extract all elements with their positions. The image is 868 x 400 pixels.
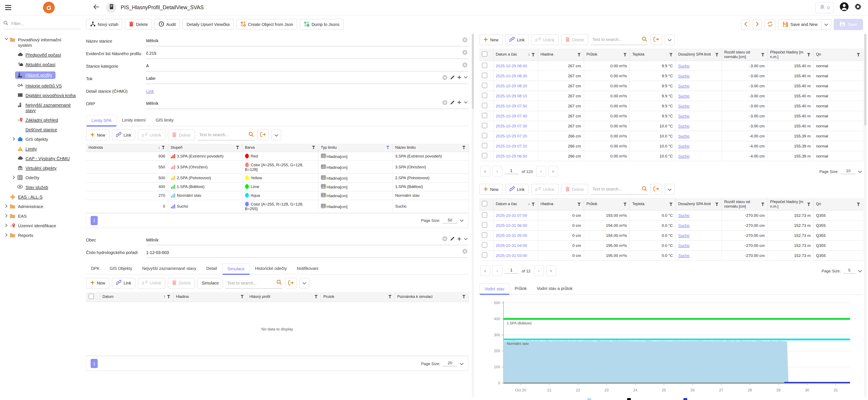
spa-limit-link[interactable]: Sucho	[678, 63, 689, 68]
tab-gis-objekty[interactable]: GIS Objekty	[104, 263, 137, 274]
sidebar-item-digit-ln-povod-ov-kniha[interactable]: Digitální povodňová kniha	[0, 91, 84, 100]
chevron-down-icon[interactable]	[858, 169, 862, 174]
column-header-pr-tok[interactable]: Průtok	[584, 198, 629, 210]
datetime-link[interactable]: 2025-10-29 07:30	[496, 124, 527, 128]
delete-row-button[interactable]: Delete	[561, 34, 588, 45]
column-header-teplota[interactable]: Teplota	[629, 49, 676, 61]
filter-icon[interactable]	[761, 52, 765, 57]
datetime-link[interactable]: 2025-10-31 05:00	[496, 233, 527, 238]
table-row[interactable]: 2025-10-29 07:40267 cm0.00 m³/s9.9 °CSuc…	[479, 111, 863, 121]
row-checkbox[interactable]	[482, 73, 487, 78]
spa-limit-link[interactable]: Sucho	[678, 74, 689, 78]
add-icon[interactable]	[457, 237, 461, 241]
field-value[interactable]: 1-12-03-003	[146, 247, 468, 258]
delete-button[interactable]: Delete	[125, 19, 152, 30]
toolbar-more-button[interactable]	[665, 184, 675, 195]
column-header-typ-limitu[interactable]: Typ limitu	[318, 144, 393, 152]
row-checkbox[interactable]	[482, 222, 487, 228]
column-header-qn[interactable]: Qn	[813, 198, 863, 210]
save-options-button[interactable]	[822, 19, 831, 30]
app-logo[interactable]: G	[43, 2, 55, 13]
column-header-hladina[interactable]: Hladina	[538, 198, 584, 210]
row-checkbox[interactable]	[89, 293, 94, 299]
column-header-prutok[interactable]: Prutok	[321, 292, 395, 302]
table-row[interactable]: 5002.SPA (Pohotovost)Yellow Hladina[cm]2…	[86, 173, 468, 182]
chart-tab-vodn-stav-a-pr-tok[interactable]: Vodní stav a průtok	[532, 283, 578, 294]
search-input[interactable]	[592, 186, 640, 192]
search-icon[interactable]	[248, 131, 254, 139]
table-row[interactable]: 2025-10-29 08:20267 cm0.00 m³/s9.9 °CSuc…	[479, 81, 863, 91]
table-row[interactable]: 270Normální stavAqua Hladina[cm]Normální…	[86, 191, 468, 200]
column-header-p-epo-et-hladiny-m-n-m[interactable]: Přepočet hladiny [m n.m.]	[767, 49, 813, 61]
edit-pencil-icon[interactable]	[450, 236, 455, 241]
field-value[interactable]: Labe	[146, 73, 468, 84]
chevron-down-icon[interactable]	[858, 268, 862, 273]
chevron-down-icon[interactable]	[464, 76, 468, 79]
filter-icon[interactable]	[623, 52, 627, 57]
page-size-value[interactable]: 50	[443, 218, 457, 223]
filter-icon[interactable]	[462, 295, 466, 299]
edit-pencil-icon[interactable]	[450, 100, 455, 105]
table-row[interactable]: 2025-10-31 06:000 cm194.00 m³/s0.0 °CSuc…	[479, 220, 863, 230]
current-page[interactable]: 1	[504, 268, 518, 274]
user-avatar[interactable]	[840, 2, 849, 13]
left-panel-scrollbar[interactable]	[472, 34, 474, 397]
row-checkbox[interactable]	[482, 143, 487, 148]
filter-icon[interactable]	[314, 295, 318, 299]
tab-detail[interactable]: Detail	[201, 263, 222, 274]
create-object-from-json-button[interactable]: Create Object from Json	[236, 19, 298, 30]
save-and-new-button[interactable]: Save and New	[778, 19, 822, 30]
filter-icon[interactable]	[531, 52, 535, 57]
next-page-button[interactable]: ›	[534, 265, 544, 276]
tree-expander-icon[interactable]	[11, 137, 17, 141]
datetime-link[interactable]: 2025-10-29 08:30	[496, 74, 527, 78]
field-value[interactable]: Mělník	[146, 36, 468, 46]
new-button[interactable]: New	[479, 184, 503, 195]
sidebar-item-gis-objekty[interactable]: GIS objekty	[0, 135, 84, 144]
toolbar-more-button[interactable]	[299, 278, 309, 288]
table-row[interactable]: 2025-10-31 07:000 cm193.00 m³/s0.0 °CSuc…	[479, 210, 863, 220]
sort-ascending-icon[interactable]: ↑	[164, 294, 166, 299]
link-button[interactable]: Link	[112, 130, 135, 140]
sidebar-item-historie-ode-t-vs[interactable]: Historie odečtů VS	[0, 81, 84, 91]
tab-historick-ode-ty[interactable]: Historické odečty	[250, 263, 291, 274]
sidebar-item-stav-slu-eb[interactable]: Stav služeb	[0, 182, 84, 192]
tree-expander-icon[interactable]	[3, 214, 9, 218]
datetime-link[interactable]: 2025-10-29 07:10	[496, 144, 527, 148]
filter-icon[interactable]	[388, 295, 392, 299]
datetime-link[interactable]: 2025-10-29 06:50	[496, 154, 527, 158]
table-row[interactable]: 2025-10-29 07:10266 cm0.00 m³/s10.0 °CSu…	[479, 141, 863, 151]
prev-page-button[interactable]: ‹	[492, 166, 502, 177]
datetime-link[interactable]: 2025-10-31 04:00	[496, 243, 527, 248]
table-row[interactable]: 2025-10-31 04:000 cm195.00 m³/s0.0 °CSuc…	[479, 240, 863, 251]
clear-icon[interactable]	[462, 37, 468, 42]
link-button[interactable]: Link	[505, 34, 529, 45]
spa-limit-link[interactable]: Sucho	[678, 93, 689, 98]
search-icon[interactable]	[642, 36, 647, 43]
toolbar-more-button[interactable]	[665, 34, 675, 45]
unlink-button[interactable]: Unlink	[531, 34, 559, 45]
field-value[interactable]: Mělník	[146, 98, 468, 109]
table-row[interactable]: 2025-10-29 07:30267 cm0.00 m³/s10.0 °CSu…	[479, 121, 863, 131]
row-checkbox[interactable]	[482, 133, 487, 138]
table-row[interactable]: 2025-10-31 05:000 cm194.00 m³/s0.0 °CSuc…	[479, 230, 863, 240]
sort-descending-icon[interactable]: ↓	[528, 202, 530, 206]
row-checkbox[interactable]	[482, 103, 487, 108]
search-icon[interactable]	[642, 185, 647, 193]
clear-icon[interactable]	[442, 236, 447, 241]
column-header-rozd-l-stavu-od-norm-lu-cm[interactable]: Rozdíl stavu od normálu [cm]	[721, 198, 767, 210]
filter-icon[interactable]	[577, 202, 581, 206]
column-header-hladina[interactable]: Hladina	[538, 49, 584, 61]
select-all-header[interactable]	[479, 198, 493, 210]
dump-to-jsons-button[interactable]: Dump to Jsons	[300, 19, 343, 30]
clear-icon[interactable]	[442, 99, 447, 105]
spa-limit-link[interactable]: Sucho	[678, 233, 689, 238]
notifications-button[interactable]: 0	[815, 2, 834, 13]
sort-descending-icon[interactable]: ↓	[158, 145, 160, 150]
export-button[interactable]	[257, 130, 269, 140]
upsert-view-button[interactable]: Detaily Upsert Viewčka	[182, 19, 234, 30]
column-header-pozn-mka-k-simulaci[interactable]: Poznámka k simulaci	[395, 292, 468, 302]
datetime-link[interactable]: 2025-10-31 07:00	[496, 213, 527, 218]
hamburger-menu-icon[interactable]	[5, 5, 11, 10]
filter-icon[interactable]	[531, 202, 535, 206]
